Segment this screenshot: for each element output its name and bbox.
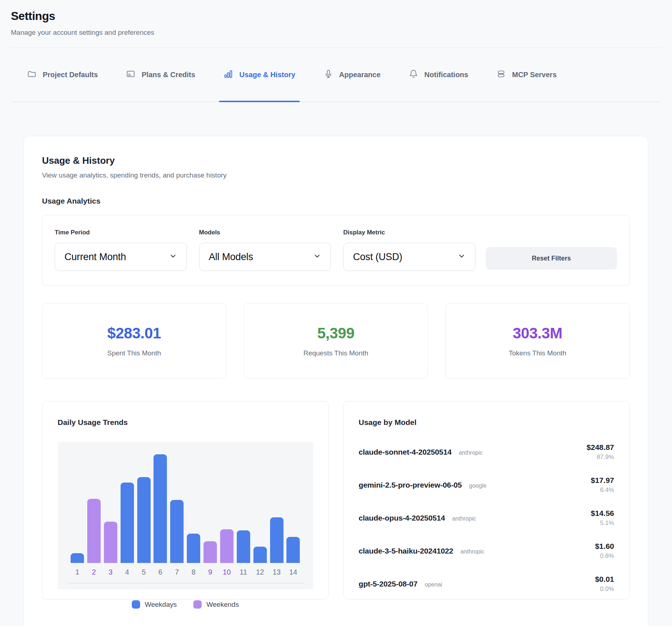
tab-appearance[interactable]: Appearance [324,48,381,101]
model-rows: claude-sonnet-4-20250514 anthropic $248.… [359,435,614,600]
chevron-down-icon [458,252,466,262]
model-row: claude-sonnet-4-20250514 anthropic $248.… [359,435,614,468]
x-tick-label: 12 [253,568,267,576]
models-select[interactable]: All Models [199,243,331,271]
x-tick-label: 2 [87,568,101,576]
tab-label: Plans & Credits [142,71,195,79]
chart-bar [253,454,267,563]
tab-label: Appearance [339,71,381,79]
x-tick-label: 11 [237,568,250,576]
chart-title: Daily Usage Trends [58,418,313,427]
spent-value: $283.01 [107,325,161,342]
chart-bar [286,454,300,563]
chart-bar [203,454,217,563]
chart-x-axis: 1234567891011121314 [66,568,304,576]
stat-card-spent: $283.01 Spent This Month [42,303,226,379]
requests-label: Requests This Month [303,349,368,357]
model-cost: $17.97 [591,476,614,485]
usage-analytics-heading: Usage Analytics [42,197,630,205]
model-cost: $1.60 [595,542,614,551]
filters-panel: Time Period Current Month Models All Mod… [42,215,630,286]
chart-bar [270,454,284,563]
requests-value: 5,399 [317,325,354,342]
stats-row: $283.01 Spent This Month 5,399 Requests … [42,303,630,379]
microphone-icon [324,69,333,80]
model-name: gpt-5-2025-08-07 [359,580,418,588]
models-label: Models [199,229,331,236]
weekdays-swatch-icon [132,600,140,609]
time-period-label: Time Period [55,229,187,236]
tab-label: Notifications [424,71,468,79]
chart-axis-line [68,583,303,584]
x-tick-label: 4 [121,568,134,576]
stat-card-requests: 5,399 Requests This Month [244,303,428,379]
legend-item-weekends: Weekends [193,600,239,609]
weekends-swatch-icon [193,600,202,609]
spent-label: Spent This Month [107,349,161,357]
models-field: Models All Models [199,229,331,271]
time-period-select[interactable]: Current Month [55,243,187,271]
chevron-down-icon [169,252,177,262]
chart-bar [104,454,117,563]
section-subtitle: View usage analytics, spending trends, a… [42,171,630,179]
tab-project-defaults[interactable]: Project Defaults [27,48,98,101]
chart-legend: Weekdays Weekends [58,600,313,609]
display-metric-label: Display Metric [343,229,475,236]
usage-by-model-title: Usage by Model [359,418,614,427]
x-tick-label: 14 [286,568,300,576]
model-name: claude-opus-4-20250514 [359,514,445,522]
tokens-label: Tokens This Month [509,349,566,357]
model-row: claude-3-5-haiku-20241022 anthropic $1.6… [359,534,614,567]
x-tick-label: 3 [104,568,117,576]
credit-card-icon [126,69,135,80]
model-percentage: 87.9% [587,454,614,461]
page-title: Settings [11,9,661,23]
model-provider: anthropic [461,548,484,555]
model-percentage: 6.4% [591,487,614,494]
model-provider: anthropic [459,450,483,456]
tab-usage-history[interactable]: Usage & History [223,48,295,101]
x-tick-label: 7 [170,568,184,576]
model-row: gpt-5-2025-08-07 openai $0.01 0.0% [359,567,614,600]
model-percentage: 5.1% [591,519,614,527]
page-subtitle: Manage your account settings and prefere… [11,29,661,37]
x-tick-label: 13 [270,568,284,576]
x-tick-label: 10 [220,568,234,576]
x-tick-label: 5 [137,568,151,576]
chart-bar [170,454,184,563]
chart-bar [220,454,234,563]
display-metric-select[interactable]: Cost (USD) [343,243,475,271]
daily-usage-chart: 1234567891011121314 [58,442,313,589]
chart-bar [137,454,151,563]
weekends-legend-label: Weekends [206,601,239,609]
model-row: gemini-2.5-pro-preview-06-05 google $17.… [359,468,614,501]
model-provider: anthropic [452,516,476,522]
model-name: gemini-2.5-pro-preview-06-05 [359,481,462,489]
model-percentage: 0.6% [595,552,614,560]
page-header: Settings Manage your account settings an… [0,0,672,37]
chevron-down-icon [313,252,321,262]
display-metric-value: Cost (USD) [353,251,402,263]
model-cost: $248.87 [587,443,614,452]
time-period-value: Current Month [64,251,126,263]
x-tick-label: 9 [203,568,217,576]
settings-tab-bar: Project Defaults Plans & Credits Usage &… [11,48,661,102]
chart-bar [71,454,84,563]
display-metric-field: Display Metric Cost (USD) [343,229,475,271]
server-stack-icon [496,69,506,80]
chart-bar [187,454,200,563]
tokens-value: 303.3M [513,325,562,342]
tab-mcp-servers[interactable]: MCP Servers [496,48,556,101]
model-cost: $14.56 [591,509,614,518]
model-cost: $0.01 [595,575,614,584]
model-name: claude-sonnet-4-20250514 [359,448,452,456]
tab-label: Project Defaults [43,71,98,79]
chart-bar [237,454,250,563]
tab-notifications[interactable]: Notifications [409,48,468,101]
legend-item-weekdays: Weekdays [132,600,177,609]
reset-filters-button[interactable]: Reset Filters [486,247,617,270]
bar-chart-icon [223,69,233,80]
tab-plans-credits[interactable]: Plans & Credits [126,48,195,101]
chart-bar [154,454,167,563]
x-tick-label: 8 [187,568,200,576]
